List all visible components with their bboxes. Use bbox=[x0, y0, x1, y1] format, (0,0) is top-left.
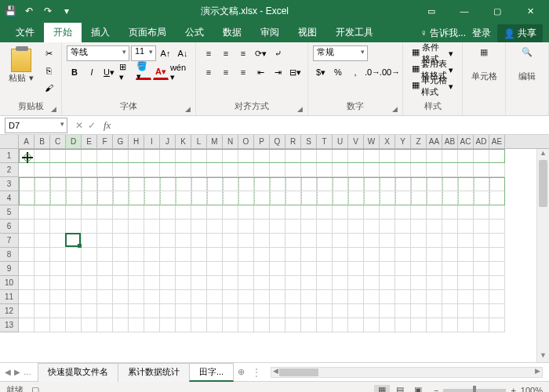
cell[interactable] bbox=[207, 248, 223, 262]
cell[interactable] bbox=[238, 220, 254, 234]
row-header[interactable]: 13 bbox=[0, 318, 19, 332]
name-box[interactable]: D7 bbox=[5, 118, 67, 133]
cell[interactable] bbox=[317, 149, 333, 163]
cell[interactable] bbox=[301, 248, 317, 262]
cell[interactable] bbox=[364, 318, 380, 332]
row-header[interactable]: 8 bbox=[0, 248, 19, 262]
vertical-scrollbar[interactable]: ▲ ▼ bbox=[536, 149, 549, 362]
cell[interactable] bbox=[364, 304, 380, 318]
cell[interactable] bbox=[129, 304, 144, 318]
cell[interactable] bbox=[442, 262, 458, 276]
scroll-down-icon[interactable]: ▼ bbox=[537, 351, 549, 362]
cell[interactable] bbox=[238, 234, 254, 248]
cell[interactable] bbox=[82, 163, 97, 177]
font-name-select[interactable]: 等线 bbox=[67, 45, 129, 61]
cell[interactable] bbox=[97, 276, 113, 290]
column-header[interactable]: U bbox=[333, 135, 348, 148]
column-header[interactable]: Z bbox=[411, 135, 427, 148]
cell[interactable] bbox=[348, 234, 364, 248]
cell[interactable] bbox=[19, 177, 35, 191]
cell[interactable] bbox=[144, 234, 160, 248]
cell[interactable] bbox=[19, 205, 35, 220]
decrease-indent-button[interactable]: ⇤ bbox=[253, 64, 268, 80]
cell[interactable] bbox=[97, 304, 113, 318]
cell[interactable] bbox=[50, 163, 66, 177]
cell[interactable] bbox=[97, 318, 113, 332]
cell[interactable] bbox=[191, 276, 207, 290]
cell[interactable] bbox=[442, 191, 458, 205]
cell[interactable] bbox=[285, 191, 301, 205]
cell[interactable] bbox=[113, 149, 129, 163]
cell[interactable] bbox=[176, 149, 191, 163]
cell[interactable] bbox=[223, 262, 238, 276]
cell[interactable] bbox=[191, 262, 207, 276]
cell[interactable] bbox=[474, 290, 489, 304]
cell[interactable] bbox=[348, 163, 364, 177]
cell[interactable] bbox=[427, 191, 442, 205]
cell[interactable] bbox=[191, 163, 207, 177]
cell[interactable] bbox=[113, 234, 129, 248]
cell[interactable] bbox=[348, 177, 364, 191]
cell[interactable] bbox=[317, 318, 333, 332]
cell[interactable] bbox=[301, 276, 317, 290]
add-sheet-button[interactable]: ⊕ bbox=[233, 365, 249, 379]
cell[interactable] bbox=[254, 290, 270, 304]
cell[interactable] bbox=[285, 304, 301, 318]
cell[interactable] bbox=[66, 177, 82, 191]
cell[interactable] bbox=[301, 304, 317, 318]
cell[interactable] bbox=[223, 149, 238, 163]
cell[interactable] bbox=[160, 149, 176, 163]
cell[interactable] bbox=[285, 220, 301, 234]
cell[interactable] bbox=[50, 149, 66, 163]
cell[interactable] bbox=[348, 205, 364, 220]
cell[interactable] bbox=[19, 304, 35, 318]
cell[interactable] bbox=[411, 318, 427, 332]
cell[interactable] bbox=[19, 234, 35, 248]
cell[interactable] bbox=[160, 318, 176, 332]
cell[interactable] bbox=[207, 163, 223, 177]
cell[interactable] bbox=[35, 205, 50, 220]
cell[interactable] bbox=[411, 290, 427, 304]
cell[interactable] bbox=[474, 149, 489, 163]
cell[interactable] bbox=[82, 149, 97, 163]
cell[interactable] bbox=[35, 262, 50, 276]
cell[interactable] bbox=[113, 304, 129, 318]
cell[interactable] bbox=[176, 205, 191, 220]
cell[interactable] bbox=[176, 191, 191, 205]
cut-button[interactable]: ✂ bbox=[41, 45, 56, 61]
cell[interactable] bbox=[301, 318, 317, 332]
worksheet-grid[interactable]: ABCDEFGHIJKLMNOPQRSTUVWXYZAAABACADAE 123… bbox=[0, 135, 549, 362]
cell[interactable] bbox=[474, 191, 489, 205]
column-header[interactable]: I bbox=[144, 135, 160, 148]
cell[interactable] bbox=[427, 248, 442, 262]
cell[interactable] bbox=[160, 234, 176, 248]
cell[interactable] bbox=[129, 149, 144, 163]
cell[interactable] bbox=[474, 248, 489, 262]
cell[interactable] bbox=[285, 177, 301, 191]
tab-insert[interactable]: 插入 bbox=[82, 23, 119, 42]
row-header[interactable]: 6 bbox=[0, 220, 19, 234]
cell[interactable] bbox=[160, 163, 176, 177]
column-header[interactable]: P bbox=[254, 135, 270, 148]
cell[interactable] bbox=[427, 304, 442, 318]
cell[interactable] bbox=[223, 276, 238, 290]
row-header[interactable]: 7 bbox=[0, 234, 19, 248]
cell[interactable] bbox=[333, 149, 348, 163]
cell[interactable] bbox=[442, 248, 458, 262]
cell[interactable] bbox=[176, 177, 191, 191]
zoom-slider[interactable] bbox=[443, 389, 506, 392]
cell[interactable] bbox=[207, 205, 223, 220]
column-header[interactable]: AC bbox=[458, 135, 474, 148]
column-header[interactable]: C bbox=[50, 135, 66, 148]
cell[interactable] bbox=[270, 220, 285, 234]
cell[interactable] bbox=[458, 304, 474, 318]
dialog-launcher-icon[interactable]: ◢ bbox=[185, 105, 191, 113]
cell[interactable] bbox=[254, 234, 270, 248]
cell[interactable] bbox=[270, 191, 285, 205]
cell[interactable] bbox=[364, 234, 380, 248]
cell[interactable] bbox=[317, 234, 333, 248]
column-header[interactable]: R bbox=[285, 135, 301, 148]
cell[interactable] bbox=[97, 220, 113, 234]
cell[interactable] bbox=[489, 318, 505, 332]
paste-button[interactable]: 粘贴 ▾ bbox=[5, 45, 38, 85]
